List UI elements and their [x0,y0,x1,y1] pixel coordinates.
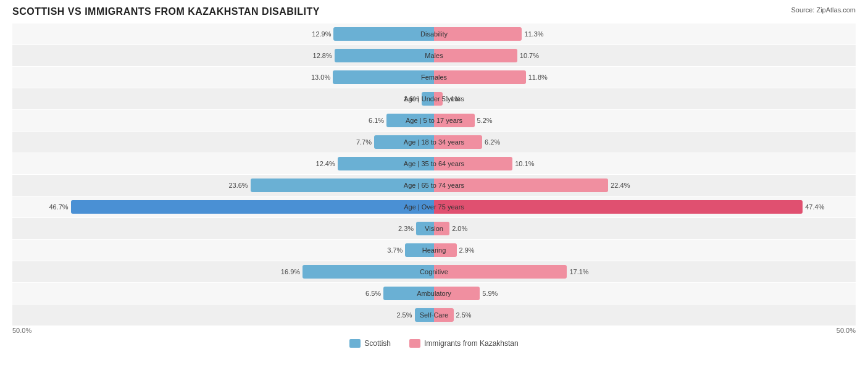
title-row: SCOTTISH VS IMMIGRANTS FROM KAZAKHSTAN D… [12,6,856,17]
left-value: 1.6% [404,95,419,103]
right-value: 2.0% [452,225,467,232]
left-value: 6.1% [369,117,384,124]
pink-bar [434,135,482,149]
right-value: 6.2% [485,138,500,146]
pink-bar [434,70,526,84]
bar-row: 12.8%Males10.7% [12,45,856,66]
right-value: 2.9% [459,246,475,254]
left-value: 46.7% [49,203,68,211]
axis-row: 50.0% 50.0% [12,327,856,334]
legend-item-scottish: Scottish [349,339,391,348]
legend-box-immigrants [409,339,420,348]
right-value: 5.2% [477,117,493,124]
pink-bar [434,287,480,300]
right-value: 11.8% [528,74,548,81]
left-value: 7.7% [356,138,372,146]
bar-row: 46.7%Age | Over 75 years47.4% [12,196,856,217]
blue-bar [386,114,434,127]
left-value: 12.8% [313,52,332,59]
bar-row: 7.7%Age | 18 to 34 years6.2% [12,132,856,153]
blue-bar [416,222,434,235]
blue-bar [405,243,434,257]
left-value: 2.5% [396,311,412,319]
left-value: 6.5% [365,290,381,297]
pink-bar [434,27,522,41]
right-value: 2.5% [456,311,472,319]
bar-row: 6.1%Age | 5 to 17 years5.2% [12,110,856,131]
right-value: 10.7% [520,52,539,59]
legend-box-scottish [349,339,361,348]
legend: Scottish Immigrants from Kazakhstan [12,339,856,348]
chart-title: SCOTTISH VS IMMIGRANTS FROM KAZAKHSTAN D… [12,6,320,17]
right-value: 1.1% [445,95,461,103]
left-value: 13.0% [311,74,330,81]
chart-area: 12.9%Disability11.3%12.8%Males10.7%13.0%… [12,23,856,326]
pink-bar [434,200,803,214]
bar-row: 2.5%Self-Care2.5% [12,304,856,326]
left-value: 23.6% [228,182,248,189]
right-value: 5.9% [482,290,498,297]
blue-bar [335,49,434,62]
bar-row: 12.4%Age | 35 to 64 years10.1% [12,153,856,174]
left-value: 3.7% [387,246,403,254]
bar-row: 2.3%Vision2.0% [12,218,856,239]
pink-bar [434,49,517,62]
axis-right: 50.0% [434,327,856,334]
legend-label-scottish: Scottish [364,339,391,348]
blue-bar [383,287,434,300]
blue-bar [374,135,434,149]
right-value: 11.3% [524,30,543,38]
pink-bar [434,92,443,106]
bar-row: 1.6%Age | Under 5 years1.1% [12,88,856,109]
left-value: 2.3% [398,225,414,232]
right-value: 17.1% [569,268,588,275]
source-text: Source: ZipAtlas.com [791,6,856,14]
right-value: 47.4% [805,203,824,211]
bar-row: 12.9%Disability11.3% [12,23,856,44]
bar-row: 13.0%Females11.8% [12,67,856,88]
legend-item-immigrants: Immigrants from Kazakhstan [409,339,519,348]
blue-bar [415,308,435,322]
legend-label-immigrants: Immigrants from Kazakhstan [424,339,519,348]
pink-bar [434,265,567,279]
pink-bar [434,114,475,127]
bar-row: 6.5%Ambulatory5.9% [12,283,856,304]
blue-bar [303,265,434,279]
pink-bar [434,222,449,235]
pink-bar [434,308,454,322]
blue-bar [333,27,434,41]
bar-row: 16.9%Cognitive17.1% [12,261,856,282]
pink-bar [434,243,457,257]
right-value: 22.4% [611,182,630,189]
left-value: 16.9% [281,268,300,275]
blue-bar [333,70,434,84]
right-value: 10.1% [515,160,534,167]
bar-row: 3.7%Hearing2.9% [12,240,856,261]
pink-bar [434,157,512,170]
blue-bar [251,178,434,192]
left-value: 12.9% [312,30,331,38]
pink-bar [434,178,608,192]
blue-bar [338,157,434,170]
bar-row: 23.6%Age | 65 to 74 years22.4% [12,175,856,196]
axis-left: 50.0% [12,327,434,334]
blue-bar [71,200,434,214]
blue-bar [422,92,434,106]
left-value: 12.4% [316,160,335,167]
